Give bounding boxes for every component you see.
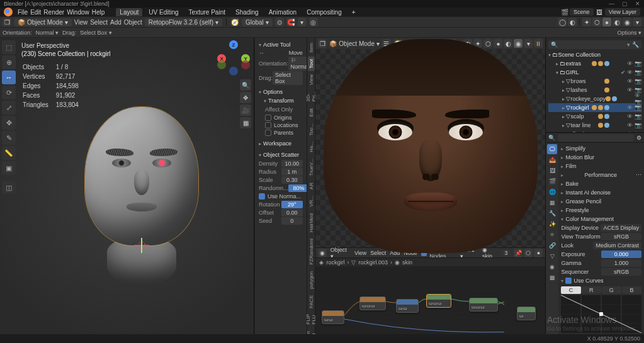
channel-r[interactable]: R <box>582 286 601 294</box>
sub-orientation-dropdown[interactable]: Normal ▾ <box>36 30 59 36</box>
vtab-too[interactable]: Too... <box>308 121 315 138</box>
prop-tab-world[interactable]: 🌐 <box>547 187 557 197</box>
header-add[interactable]: Add <box>110 19 121 26</box>
mode-dropdown[interactable]: 📦 Object Mode ▾ <box>14 18 72 26</box>
shade2-opts-icon[interactable]: ▾ <box>524 39 533 48</box>
viewlayer-dropdown[interactable]: View Layer <box>605 8 640 16</box>
locations-checkbox[interactable] <box>265 122 271 128</box>
orientation-icon[interactable]: 🧭 <box>230 18 239 26</box>
active-tool-header[interactable]: Active Tool <box>259 40 303 49</box>
vtab-tool[interactable]: Tool <box>308 57 315 71</box>
solid2-icon[interactable]: ● <box>494 39 502 48</box>
prop-tab-physics[interactable]: ⚛ <box>547 230 557 240</box>
sub-drag-dropdown[interactable]: Select Box ▾ <box>80 30 112 36</box>
channel-b[interactable]: B <box>622 286 641 294</box>
close-icon[interactable]: ✕ <box>635 1 640 7</box>
tree-scalp[interactable]: ▸▽ scalp👁 📷 <box>548 112 641 121</box>
outliner-search[interactable]: 🔍▾ 🔧 <box>548 40 641 49</box>
channel-g[interactable]: G <box>602 286 621 294</box>
editor-type-icon[interactable]: ❒ <box>3 18 11 26</box>
header-view[interactable]: View <box>74 19 88 26</box>
scale-input[interactable]: 0.30 <box>281 176 303 184</box>
pivot-icon[interactable]: ⊙ <box>275 18 284 26</box>
menu-render[interactable]: Render <box>43 9 64 16</box>
node-graph[interactable]: ▭▭ ▭▭▭ ▭▭ ▭▭▭ ▭▭▭ ▭ <box>315 266 545 342</box>
origins-checkbox[interactable] <box>265 115 271 121</box>
shader-view[interactable]: View <box>354 250 366 256</box>
workspace-header[interactable]: Workspace <box>259 139 303 148</box>
prop-tab-output[interactable]: 📤 <box>547 155 557 165</box>
cycles-pause-icon[interactable]: ⏸ <box>534 39 543 48</box>
retopoflow-dropdown[interactable]: RetopoFlow 3.2.6 (self) ▾ <box>145 18 222 26</box>
prop-tab-particles[interactable]: ✨ <box>547 219 557 229</box>
tab-compositing[interactable]: Compositing <box>303 8 346 16</box>
display-device-dropdown[interactable]: ACES Display <box>601 224 641 232</box>
axis-z-icon[interactable]: Z <box>229 40 238 49</box>
prop-tab-scene[interactable]: 🎬 <box>547 176 557 186</box>
tree-brows[interactable]: ▸▽ brows👁 📷 <box>548 77 641 86</box>
shading-wire-icon[interactable]: ⬡ <box>592 18 601 26</box>
vtab-edit[interactable]: Edit <box>308 106 315 120</box>
camera-icon[interactable]: 🎥 <box>240 104 251 116</box>
gizmos-icon[interactable]: ◯ <box>558 18 567 26</box>
tool-transform[interactable]: ✥ <box>2 116 16 130</box>
panel-color-management[interactable]: Color Management <box>561 215 641 223</box>
preview2-icon[interactable]: ◐ <box>504 39 512 48</box>
vtab-ar[interactable]: AR <box>308 180 315 192</box>
render-view[interactable] <box>315 49 545 247</box>
tool-addcube[interactable]: ▣ <box>2 161 16 175</box>
tool-move[interactable]: ↔ <box>2 70 16 84</box>
axis-y-neg-icon[interactable] <box>217 60 226 69</box>
overlays-icon[interactable]: ◐ <box>568 18 577 26</box>
curve-widget[interactable] <box>561 295 641 333</box>
options-header[interactable]: Options <box>259 87 303 96</box>
viewport-3d[interactable]: ⬚ ⊕ ↔ ⟳ ⤢ ✥ ✎ 📏 ▣ ◫ User Perspective (23… <box>0 38 254 342</box>
crumb-material[interactable]: skin <box>402 259 412 266</box>
axis-z-neg-icon[interactable] <box>229 67 238 76</box>
tool-annotate[interactable]: ✎ <box>2 131 16 145</box>
axis-x-neg-icon[interactable] <box>241 60 250 69</box>
sub-options[interactable]: Options ▾ <box>617 30 641 36</box>
panel-performance[interactable]: Performance⋯ <box>561 171 641 179</box>
prop-tab-modifiers[interactable]: 🔧 <box>547 208 557 218</box>
xray-icon[interactable]: ✦ <box>582 18 591 26</box>
tree-tearline[interactable]: ▸▽ tear line👁 📷 <box>548 121 641 130</box>
tab-add[interactable]: + <box>348 8 359 16</box>
shading-options-icon[interactable]: ▾ <box>633 18 641 26</box>
maximize-icon[interactable]: ▢ <box>622 1 628 7</box>
offset-input[interactable]: 0.00 <box>281 209 303 216</box>
props-options-icon[interactable]: ⚙ <box>636 135 641 141</box>
use-normal-checkbox[interactable] <box>259 193 265 200</box>
vtab-ha[interactable]: Ha... <box>308 139 315 155</box>
tab-shading[interactable]: Shading <box>232 8 263 16</box>
density-input[interactable]: 10.00 <box>281 160 303 167</box>
prop-tab-object[interactable]: ▦ <box>547 198 557 208</box>
seed-input[interactable]: 0 <box>281 217 303 225</box>
tab-animation[interactable]: Animation <box>265 8 300 16</box>
exposure-input[interactable]: 0.000 <box>601 250 641 258</box>
view-transform-dropdown[interactable]: sRGB <box>601 233 641 240</box>
tool-drag-dropdown[interactable]: Select Box <box>273 71 303 85</box>
use-curves-checkbox[interactable] <box>565 278 572 284</box>
randomness-input[interactable]: 80% <box>288 184 307 192</box>
tab-layout[interactable]: Layout <box>116 8 142 16</box>
editor2-type-icon[interactable]: ❒ <box>318 39 327 48</box>
shading-preview-icon[interactable]: ◐ <box>613 18 621 26</box>
tree-extras[interactable]: ▸🗀 extras👁 📷 <box>548 59 641 68</box>
panel-motion-blur[interactable]: Motion Blur <box>561 153 641 162</box>
menu-help[interactable]: Help <box>92 9 105 16</box>
tool-measure[interactable]: 📏 <box>2 146 16 160</box>
prop-tab-mesh[interactable]: ▽ <box>547 251 557 261</box>
snap-dd-icon[interactable]: ▾ <box>298 18 307 26</box>
object-scatter-header[interactable]: Object Scatter <box>259 150 303 159</box>
proportional-icon[interactable]: ◎ <box>309 18 318 26</box>
pan-icon[interactable]: ✥ <box>240 92 251 103</box>
panel-menu-icon[interactable]: ⋯ <box>636 172 641 178</box>
props-search-input[interactable] <box>558 134 634 142</box>
tab-texturepaint[interactable]: Texture Paint <box>185 8 229 16</box>
tool-cursor[interactable]: ⊕ <box>2 55 16 69</box>
vtab-truev[interactable]: TrueV... <box>308 156 315 178</box>
nav-gizmo[interactable]: Z Y X <box>216 40 251 76</box>
shading-render-icon[interactable]: ◉ <box>623 18 631 26</box>
prop-tab-texture[interactable]: ▩ <box>547 273 557 283</box>
